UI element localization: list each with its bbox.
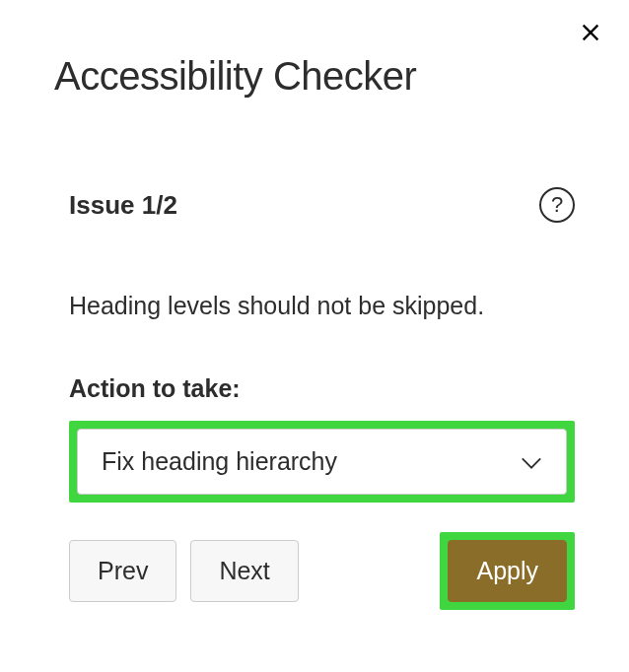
next-button[interactable]: Next xyxy=(190,540,298,602)
apply-highlight: Apply xyxy=(440,532,575,610)
close-icon xyxy=(580,22,601,43)
help-button[interactable]: ? xyxy=(539,187,575,223)
action-select-value: Fix heading hierarchy xyxy=(102,447,337,476)
accessibility-checker-panel: Accessibility Checker Issue 1/2 ? Headin… xyxy=(0,0,629,639)
question-mark-icon: ? xyxy=(551,192,563,218)
content-area: Issue 1/2 ? Heading levels should not be… xyxy=(54,187,580,610)
issue-description: Heading levels should not be skipped. xyxy=(69,292,575,320)
chevron-down-icon xyxy=(521,447,542,476)
action-label: Action to take: xyxy=(69,374,575,403)
page-title: Accessibility Checker xyxy=(54,54,580,99)
issue-header-row: Issue 1/2 ? xyxy=(69,187,575,223)
action-select[interactable]: Fix heading hierarchy xyxy=(77,429,567,495)
prev-button[interactable]: Prev xyxy=(69,540,176,602)
close-button[interactable] xyxy=(580,22,601,47)
select-highlight: Fix heading hierarchy xyxy=(69,421,575,503)
nav-buttons: Prev Next xyxy=(69,540,299,602)
apply-button[interactable]: Apply xyxy=(448,540,567,602)
issue-count-label: Issue 1/2 xyxy=(69,190,177,221)
button-row: Prev Next Apply xyxy=(69,532,575,610)
